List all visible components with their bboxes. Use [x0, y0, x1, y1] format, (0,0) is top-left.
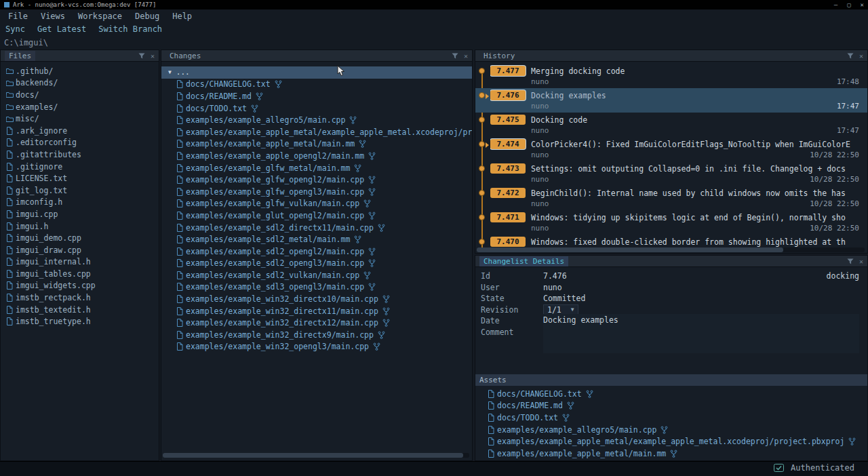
changed-file-path: examples/example_win32_directx12/main.cp… — [186, 318, 378, 328]
file-tree-item[interactable]: misc/ — [1, 113, 159, 125]
changed-file-row[interactable]: examples/example_sdl2_vulkan/main.cpp — [161, 269, 472, 281]
changes-horizontal-scrollbar[interactable] — [163, 453, 469, 458]
history-entry[interactable]: 7.470Windows: fixed double-clicked borde… — [475, 235, 867, 247]
file-tree-item[interactable]: git_log.txt — [1, 184, 159, 197]
file-tree-item[interactable]: imgui_demo.cpp — [1, 232, 159, 244]
file-tree-item[interactable]: imgui_tables.cpp — [1, 268, 159, 280]
file-tree-item[interactable]: imstb_rectpack.h — [1, 292, 159, 304]
history-entry[interactable]: 7.472BeginChild(): Internal name used by… — [475, 186, 867, 210]
close-button[interactable]: ✕ — [861, 1, 864, 8]
revision-badge[interactable]: 7.471 — [490, 212, 526, 222]
revision-badge[interactable]: 7.475 — [490, 115, 526, 125]
revision-badge[interactable]: 7.474 — [490, 139, 526, 149]
changed-file-row[interactable]: examples/example_sdl2_opengl3/main.cpp — [161, 258, 472, 270]
file-tree-item[interactable]: imgui.h — [1, 220, 159, 233]
changed-file-row[interactable]: examples/example_win32_directx10/main.cp… — [161, 293, 472, 305]
revision-badge[interactable]: 7.472 — [490, 188, 526, 198]
file-tree-item[interactable]: imconfig.h — [1, 197, 159, 209]
changed-file-row[interactable]: examples/example_glfw_opengl2/main.cpp — [161, 174, 472, 186]
changed-file-row[interactable]: examples/example_win32_directx12/main.cp… — [161, 317, 472, 329]
changed-file-row[interactable]: examples/example_sdl2_directx11/main.cpp — [161, 222, 472, 234]
menu-views[interactable]: Views — [41, 12, 65, 21]
menu-help[interactable]: Help — [172, 12, 192, 21]
changed-file-path: examples/example_glfw_opengl2/main.cpp — [186, 175, 364, 184]
asset-row[interactable]: docs/TODO.txt — [475, 412, 867, 424]
toolbar-button-get-latest[interactable]: Get Latest — [37, 24, 86, 34]
file-tree-item[interactable]: examples/ — [1, 101, 159, 113]
file-tree-item[interactable]: .github/ — [1, 65, 159, 77]
history-entry[interactable]: 7.474ColorPicker4(): Fixed ImGuiColorEdi… — [475, 137, 867, 161]
changed-file-row[interactable]: examples/example_sdl3_opengl3/main.cpp — [161, 281, 472, 294]
history-entry[interactable]: 7.477Merging docking codenuno17:48 — [475, 64, 867, 88]
file-tree-item[interactable]: backends/ — [1, 77, 159, 90]
commit-comment: Docking code — [531, 115, 587, 125]
changed-file-row[interactable]: examples/example_glfw_opengl3/main.cpp — [161, 186, 472, 198]
asset-row[interactable]: docs/CHANGELOG.txt — [475, 388, 867, 400]
details-panel-close-icon[interactable]: ✕ — [859, 258, 863, 265]
changes-filter-icon[interactable] — [452, 53, 458, 59]
changed-file-row[interactable]: examples/example_apple_metal/main.mm — [161, 138, 472, 151]
history-panel-close-icon[interactable]: ✕ — [859, 52, 863, 60]
changed-file-path: examples/example_apple_metal/example_app… — [186, 127, 472, 137]
maximize-button[interactable]: ▢ — [847, 1, 850, 8]
asset-row[interactable]: docs/README.md — [475, 400, 867, 412]
menu-debug[interactable]: Debug — [135, 12, 159, 21]
files-panel-close-icon[interactable]: ✕ — [151, 52, 155, 60]
history-filter-icon[interactable] — [847, 53, 854, 59]
file-tree-item[interactable]: imgui.cpp — [1, 208, 159, 220]
asset-row[interactable]: examples/example_allegro5/main.cpp — [475, 424, 867, 436]
file-tree-item[interactable]: docs/ — [1, 89, 159, 101]
files-filter-icon[interactable] — [138, 53, 145, 59]
revision-badge[interactable]: 7.477 — [490, 66, 526, 76]
asset-row[interactable]: examples/example_apple_metal/main.mm — [475, 448, 867, 460]
file-icon — [176, 247, 186, 256]
expand-icon[interactable]: ▼ — [168, 69, 172, 75]
file-tree-item[interactable]: .ark_ignore — [1, 125, 159, 137]
history-entry[interactable]: 7.476Docking examplesnuno17:47 — [475, 88, 867, 113]
menu-workspace[interactable]: Workspace — [78, 12, 122, 21]
timeline-dot-icon — [479, 141, 485, 147]
changed-file-path: examples/example_glfw_vulkan/main.cpp — [186, 199, 359, 208]
revision-badge[interactable]: 7.476 — [490, 90, 526, 100]
changed-file-row[interactable]: examples/example_glfw_metal/main.mm — [161, 162, 472, 174]
changes-panel-close-icon[interactable]: ✕ — [464, 52, 468, 60]
changed-file-row[interactable]: examples/example_sdl2_metal/main.mm — [161, 233, 472, 245]
minimize-button[interactable]: – — [834, 1, 837, 8]
revision-badge[interactable]: 7.473 — [490, 163, 526, 174]
changed-file-row[interactable]: examples/example_glut_opengl2/main.cpp — [161, 210, 472, 222]
toolbar-button-sync[interactable]: Sync — [5, 24, 25, 34]
history-entry[interactable]: 7.473Settings: omit outputing Collapsed=… — [475, 161, 867, 186]
file-tree-item[interactable]: .gitattributes — [1, 148, 159, 161]
file-tree-item[interactable]: .gitignore — [1, 161, 159, 173]
changed-file-row[interactable]: examples/example_sdl2_opengl2/main.cpp — [161, 245, 472, 258]
revision-dropdown[interactable]: 1/1▼ — [543, 304, 578, 315]
file-tree-item[interactable]: imstb_truetype.h — [1, 315, 159, 328]
changed-file-row[interactable]: examples/example_win32_directx11/main.cp… — [161, 305, 472, 317]
details-filter-icon[interactable] — [847, 258, 854, 264]
changed-file-row[interactable]: examples/example_win32_opengl3/main.cpp — [161, 341, 472, 353]
changed-file-row[interactable]: examples/example_allegro5/main.cpp — [161, 114, 472, 126]
history-entry[interactable]: 7.471Windows: tidying up skipitems logic… — [475, 210, 867, 235]
comment-field[interactable]: Docking examples — [543, 314, 859, 353]
changed-file-row[interactable]: examples/example_apple_opengl2/main.mm — [161, 150, 472, 162]
toolbar-button-switch-branch[interactable]: Switch Branch — [98, 24, 162, 34]
file-tree-item[interactable]: .editorconfig — [1, 137, 159, 149]
history-entry[interactable]: 7.475Docking codenuno17:47 — [475, 113, 867, 137]
file-tree-item[interactable]: imstb_textedit.h — [1, 304, 159, 316]
file-tree-item[interactable]: imgui_draw.cpp — [1, 244, 159, 256]
history-horizontal-scrollbar[interactable] — [477, 247, 865, 252]
changed-file-row[interactable]: docs/README.md — [161, 90, 472, 102]
changed-file-row[interactable]: docs/CHANGELOG.txt — [161, 79, 472, 91]
file-tree-item[interactable]: imgui_widgets.cpp — [1, 280, 159, 292]
changes-root-row[interactable]: ▼... — [161, 66, 472, 79]
file-tree-item[interactable]: imgui_internal.h — [1, 256, 159, 269]
asset-row[interactable]: examples/example_apple_metal/example_app… — [475, 435, 867, 448]
changed-file-path: examples/example_apple_opengl2/main.mm — [186, 151, 364, 161]
changed-file-row[interactable]: examples/example_win32_directx9/main.cpp — [161, 329, 472, 341]
revision-badge[interactable]: 7.470 — [490, 237, 526, 247]
changed-file-row[interactable]: examples/example_glfw_vulkan/main.cpp — [161, 198, 472, 210]
changed-file-row[interactable]: examples/example_apple_metal/example_app… — [161, 126, 472, 138]
file-tree-item[interactable]: LICENSE.txt — [1, 172, 159, 184]
changed-file-row[interactable]: docs/TODO.txt — [161, 102, 472, 115]
menu-file[interactable]: File — [8, 12, 28, 21]
